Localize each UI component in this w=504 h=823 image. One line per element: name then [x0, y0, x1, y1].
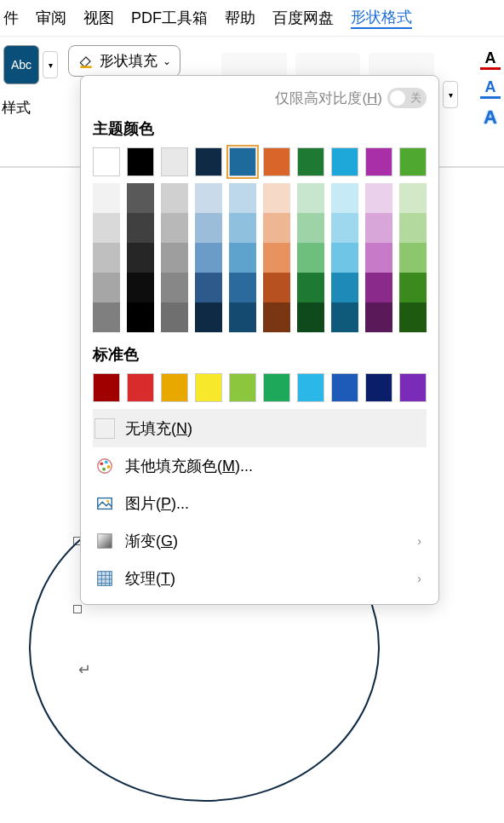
color-swatch[interactable] [127, 243, 154, 273]
color-swatch[interactable] [161, 273, 188, 302]
text-style-dropdown[interactable]: ▾ [443, 81, 458, 108]
color-swatch[interactable] [127, 373, 154, 402]
color-swatch[interactable] [93, 147, 120, 176]
color-swatch[interactable] [331, 373, 358, 402]
color-swatch[interactable] [297, 373, 324, 402]
color-swatch[interactable] [399, 213, 427, 243]
color-swatch[interactable] [263, 273, 290, 302]
color-swatch[interactable] [127, 302, 154, 332]
fill-options-list: 无填充(N) 其他填充颜色(M)... 图片(P)... 渐变(G) [93, 409, 427, 597]
high-contrast-label: 仅限高对比度(H) [275, 89, 382, 108]
shape-style-preview[interactable]: Abc [3, 45, 39, 84]
color-swatch[interactable] [331, 183, 358, 213]
shade-column [161, 183, 188, 332]
color-swatch[interactable] [399, 183, 427, 213]
color-swatch[interactable] [195, 273, 222, 302]
color-swatch[interactable] [229, 273, 256, 302]
color-swatch[interactable] [399, 147, 427, 176]
text-fill-button[interactable]: A [480, 49, 501, 70]
menu-help[interactable]: 帮助 [225, 8, 255, 28]
shape-style-dropdown[interactable]: ▾ [43, 51, 58, 78]
color-swatch[interactable] [127, 183, 154, 213]
color-swatch[interactable] [229, 373, 256, 402]
color-swatch[interactable] [161, 243, 188, 273]
color-swatch[interactable] [195, 183, 222, 213]
color-swatch[interactable] [263, 147, 290, 176]
color-swatch[interactable] [161, 302, 188, 332]
menu-baidu-netdisk[interactable]: 百度网盘 [272, 8, 334, 28]
color-swatch[interactable] [331, 213, 358, 243]
color-swatch[interactable] [93, 302, 120, 332]
color-swatch[interactable] [365, 373, 392, 402]
color-swatch[interactable] [229, 147, 256, 176]
gradient-fill-option[interactable]: 渐变(G) › [93, 522, 427, 560]
color-swatch[interactable] [93, 243, 120, 273]
color-swatch[interactable] [195, 302, 222, 332]
color-swatch[interactable] [331, 243, 358, 273]
color-swatch[interactable] [365, 213, 392, 243]
picture-fill-label: 图片(P)... [125, 493, 189, 514]
color-swatch[interactable] [331, 273, 358, 302]
color-swatch[interactable] [365, 243, 392, 273]
color-swatch[interactable] [229, 213, 256, 243]
color-swatch[interactable] [399, 243, 427, 273]
color-swatch[interactable] [93, 373, 120, 402]
color-swatch[interactable] [127, 147, 154, 176]
color-swatch[interactable] [263, 243, 290, 273]
color-swatch[interactable] [127, 213, 154, 243]
menu-review[interactable]: 审阅 [36, 8, 66, 28]
more-colors-label: 其他填充颜色(M)... [125, 456, 253, 476]
shape-fill-button[interactable]: 形状填充 ⌄ [68, 45, 180, 77]
color-swatch[interactable] [399, 373, 427, 402]
color-swatch[interactable] [263, 213, 290, 243]
color-swatch[interactable] [93, 273, 120, 302]
toggle-off-label: 关 [410, 90, 421, 106]
color-swatch[interactable] [331, 147, 358, 176]
color-swatch[interactable] [263, 302, 290, 332]
color-swatch[interactable] [93, 213, 120, 243]
color-swatch[interactable] [195, 213, 222, 243]
color-swatch[interactable] [399, 302, 427, 332]
menu-pdf-toolbox[interactable]: PDF工具箱 [131, 8, 208, 28]
color-swatch[interactable] [297, 273, 324, 302]
text-tools: A A A [480, 49, 501, 128]
color-swatch[interactable] [93, 183, 120, 213]
high-contrast-toggle[interactable]: 关 [387, 88, 427, 108]
color-swatch[interactable] [195, 243, 222, 273]
color-swatch[interactable] [229, 183, 256, 213]
color-swatch[interactable] [297, 243, 324, 273]
color-swatch[interactable] [365, 147, 392, 176]
color-swatch[interactable] [297, 147, 324, 176]
color-swatch[interactable] [127, 273, 154, 302]
picture-fill-option[interactable]: 图片(P)... [93, 485, 427, 522]
color-swatch[interactable] [195, 147, 222, 176]
texture-fill-option[interactable]: 纹理(T) › [93, 560, 427, 597]
color-swatch[interactable] [229, 302, 256, 332]
color-swatch[interactable] [365, 273, 392, 302]
menu-file[interactable]: 件 [3, 8, 19, 28]
color-swatch[interactable] [331, 302, 358, 332]
color-swatch[interactable] [195, 373, 222, 402]
text-outline-button[interactable]: A [480, 78, 501, 99]
color-swatch[interactable] [365, 183, 392, 213]
shade-column [93, 183, 120, 332]
color-swatch[interactable] [161, 183, 188, 213]
menu-shape-format[interactable]: 形状格式 [351, 7, 412, 29]
color-swatch[interactable] [399, 273, 427, 302]
color-swatch[interactable] [297, 213, 324, 243]
no-fill-option[interactable]: 无填充(N) [93, 410, 427, 447]
color-swatch[interactable] [263, 183, 290, 213]
color-swatch[interactable] [161, 213, 188, 243]
color-swatch[interactable] [263, 373, 290, 402]
menu-view[interactable]: 视图 [83, 8, 114, 28]
color-swatch[interactable] [297, 302, 324, 332]
svg-point-7 [106, 500, 109, 503]
more-colors-option[interactable]: 其他填充颜色(M)... [93, 447, 427, 485]
color-swatch[interactable] [297, 183, 324, 213]
color-swatch[interactable] [161, 373, 188, 402]
text-effects-button[interactable]: A [480, 107, 501, 128]
color-swatch[interactable] [229, 243, 256, 273]
theme-color-row [93, 147, 427, 176]
color-swatch[interactable] [161, 147, 188, 176]
color-swatch[interactable] [365, 302, 392, 332]
